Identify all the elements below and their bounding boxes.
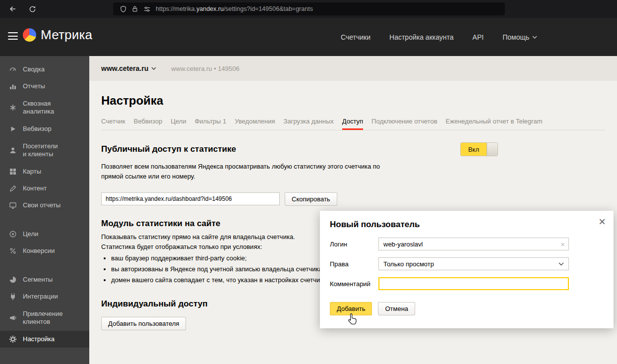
url-suffix: /settings?id=149506&tab=grants bbox=[224, 5, 313, 12]
site-name: www.cetera.ru bbox=[101, 64, 148, 72]
modal-buttons: Добавить Отмена bbox=[330, 302, 604, 315]
close-icon[interactable]: × bbox=[599, 216, 606, 228]
bar-chart-icon bbox=[9, 82, 17, 90]
sidebar-item-goals[interactable]: Цели bbox=[0, 226, 89, 243]
sidebar-item-cross-analytics[interactable]: Сквозная аналитика bbox=[0, 95, 89, 121]
new-user-modal: Новый пользователь × Логин × Права Тольк… bbox=[320, 211, 614, 328]
tab-telegram-report[interactable]: Еженедельный отчет в Telegram bbox=[446, 118, 543, 125]
permissions-icon[interactable] bbox=[141, 4, 153, 14]
tab-counter[interactable]: Счетчик bbox=[101, 118, 125, 125]
reload-icon bbox=[29, 5, 36, 13]
sidebar-item-summary[interactable]: Сводка bbox=[0, 61, 89, 78]
sidebar-item-acquisition[interactable]: Привлечение клиентов bbox=[0, 305, 89, 331]
gear-icon bbox=[9, 335, 17, 343]
module-line1: Показывать статистику прямо на сайте для… bbox=[101, 233, 339, 241]
tab-webvisor[interactable]: Вебвизор bbox=[134, 118, 163, 125]
public-link-input[interactable] bbox=[101, 192, 280, 205]
mouse-cursor-hand-icon bbox=[348, 313, 358, 324]
public-access-title: Публичный доступ к статистике bbox=[101, 144, 236, 154]
cancel-button[interactable]: Отмена bbox=[378, 302, 415, 315]
play-icon bbox=[9, 125, 17, 133]
url-bar[interactable]: https://metrika.yandex.ru/settings?id=14… bbox=[113, 2, 505, 15]
sidebar-item-conversions[interactable]: Конверсии bbox=[0, 243, 89, 259]
tab-data-upload[interactable]: Загрузка данных bbox=[284, 118, 334, 125]
module-line2: Статистика будет отображаться только при… bbox=[101, 243, 339, 251]
nav-account-settings[interactable]: Настройка аккаунта bbox=[389, 33, 454, 41]
sidebar-item-webvisor[interactable]: Вебвизор bbox=[0, 121, 89, 137]
sidebar-item-content[interactable]: Контент bbox=[0, 180, 89, 197]
breadcrumb: www.cetera.ru www.cetera.ru • 149506 bbox=[89, 56, 617, 81]
sidebar-item-segments[interactable]: Сегменты bbox=[0, 271, 89, 288]
metrika-logo-icon bbox=[23, 28, 36, 42]
sidebar-item-visitors[interactable]: Посетители и клиенты bbox=[0, 137, 89, 163]
monitor-icon bbox=[9, 201, 17, 209]
page-title: Настройка bbox=[101, 94, 605, 108]
asterisk-icon bbox=[9, 104, 17, 112]
url-text: https://metrika.yandex.ru/settings?id=14… bbox=[156, 5, 313, 12]
sidebar-item-label: Интеграции bbox=[23, 293, 58, 301]
rights-select[interactable]: Только просмотр bbox=[378, 257, 569, 270]
reload-button[interactable] bbox=[25, 2, 40, 16]
list-item: домен вашего сайта совпадает с тем, что … bbox=[111, 276, 339, 284]
tab-notifications[interactable]: Уведомления bbox=[235, 118, 275, 125]
sidebar-item-label: Вебвизор bbox=[23, 125, 52, 133]
back-button[interactable] bbox=[5, 2, 20, 16]
public-link-row: Скопировать bbox=[101, 192, 605, 206]
modal-title: Новый пользователь bbox=[330, 220, 604, 230]
sidebar-item-label: Карты bbox=[23, 168, 41, 176]
tab-goals[interactable]: Цели bbox=[171, 118, 186, 125]
shield-icon[interactable] bbox=[117, 4, 129, 14]
sidebar: Сводка Отчеты Сквозная аналитика Вебвизо… bbox=[0, 56, 89, 364]
login-input[interactable] bbox=[378, 238, 569, 250]
login-row: Логин × bbox=[330, 238, 604, 250]
add-user-button[interactable]: Добавить пользователя bbox=[101, 317, 186, 330]
logo-text: Метрика bbox=[41, 27, 92, 43]
chevron-down-icon bbox=[532, 36, 537, 39]
nav-help-label: Помощь bbox=[502, 33, 529, 41]
browser-chrome: https://metrika.yandex.ru/settings?id=14… bbox=[0, 0, 617, 18]
public-access-description: Позволяет всем пользователям Яндекса про… bbox=[101, 162, 381, 182]
gauge-icon bbox=[9, 65, 17, 73]
chevron-down-icon bbox=[151, 67, 156, 70]
toggle-knob[interactable] bbox=[487, 143, 497, 156]
counter-detail: www.cetera.ru • 149506 bbox=[171, 65, 240, 72]
comment-label: Комментарий bbox=[330, 280, 378, 288]
sidebar-item-reports[interactable]: Отчеты bbox=[0, 78, 89, 95]
nav-counters[interactable]: Счетчики bbox=[341, 33, 370, 41]
rights-label: Права bbox=[330, 260, 378, 268]
comment-row: Комментарий bbox=[330, 277, 604, 290]
sidebar-item-label: Свои отчеты bbox=[23, 201, 61, 209]
arrow-left-icon bbox=[8, 5, 16, 13]
sidebar-item-maps[interactable]: Карты bbox=[0, 163, 89, 180]
login-label: Логин bbox=[330, 241, 378, 248]
sidebar-item-label: Конверсии bbox=[23, 247, 55, 255]
sidebar-item-label: Отчеты bbox=[23, 82, 45, 90]
tab-filters[interactable]: Фильтры 1 bbox=[194, 118, 226, 125]
comment-field-wrap bbox=[378, 277, 569, 290]
metrika-logo[interactable]: Метрика bbox=[23, 27, 92, 43]
sidebar-item-custom-reports[interactable]: Свои отчеты bbox=[0, 197, 89, 214]
nav-api[interactable]: API bbox=[473, 33, 484, 41]
clear-input-icon[interactable]: × bbox=[560, 241, 565, 248]
sidebar-item-integrations[interactable]: Интеграции bbox=[0, 288, 89, 305]
site-selector[interactable]: www.cetera.ru bbox=[101, 64, 156, 72]
percent-icon bbox=[9, 247, 17, 255]
menu-icon[interactable] bbox=[8, 32, 18, 40]
rights-row: Права Только просмотр bbox=[330, 257, 604, 270]
target-icon bbox=[9, 230, 17, 238]
tab-access[interactable]: Доступ bbox=[342, 118, 363, 125]
comment-input[interactable] bbox=[378, 277, 569, 290]
plug-icon bbox=[9, 293, 17, 301]
tab-report-connection[interactable]: Подключение отчетов bbox=[371, 118, 437, 125]
lock-icon[interactable] bbox=[129, 4, 141, 14]
sidebar-item-label: Сводка bbox=[23, 65, 45, 73]
sidebar-item-label: Сегменты bbox=[23, 276, 53, 284]
sidebar-item-label: Сквозная аналитика bbox=[23, 100, 54, 116]
public-access-toggle[interactable]: Вкл bbox=[460, 142, 498, 156]
copy-button[interactable]: Скопировать bbox=[285, 192, 337, 206]
sidebar-item-settings[interactable]: Настройка bbox=[0, 331, 89, 348]
app-header: Метрика Счетчики Настройка аккаунта API … bbox=[0, 18, 617, 56]
nav-help[interactable]: Помощь bbox=[502, 33, 537, 41]
module-description: Показывать статистику прямо на сайте для… bbox=[101, 233, 339, 284]
pencil-icon bbox=[9, 184, 17, 192]
